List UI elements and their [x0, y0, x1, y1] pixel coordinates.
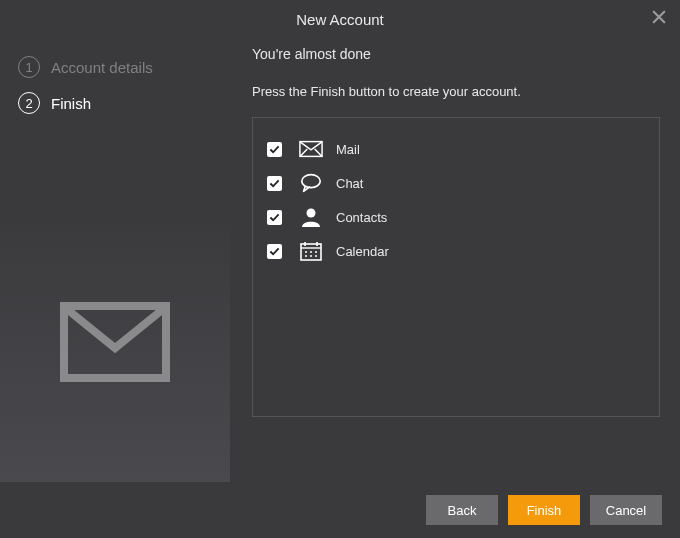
svg-point-2 — [302, 175, 320, 188]
service-chat: Chat — [267, 166, 645, 200]
step-label: Finish — [51, 95, 91, 112]
service-calendar: Calendar — [267, 234, 645, 268]
titlebar: New Account — [0, 0, 680, 36]
service-contacts: Contacts — [267, 200, 645, 234]
step-number: 1 — [18, 56, 40, 78]
sidebar: 1 Account details 2 Finish — [0, 36, 230, 482]
step-account-details[interactable]: 1 Account details — [18, 56, 230, 78]
step-number: 2 — [18, 92, 40, 114]
service-label: Mail — [336, 142, 360, 157]
content-area: 1 Account details 2 Finish You're almost… — [0, 36, 680, 482]
service-label: Chat — [336, 176, 363, 191]
dialog-title: New Account — [296, 11, 384, 28]
chat-icon — [298, 171, 324, 195]
services-box: Mail Chat — [252, 117, 660, 417]
subtitle: You're almost done — [252, 46, 660, 62]
step-list: 1 Account details 2 Finish — [0, 36, 230, 114]
envelope-icon — [60, 302, 170, 382]
footer: Back Finish Cancel — [0, 482, 680, 538]
service-mail: Mail — [267, 132, 645, 166]
instruction: Press the Finish button to create your a… — [252, 84, 660, 99]
step-label: Account details — [51, 59, 153, 76]
checkbox-chat[interactable] — [267, 176, 282, 191]
dialog-window: New Account 1 Account details 2 Finish — [0, 0, 680, 538]
cancel-button[interactable]: Cancel — [590, 495, 662, 525]
calendar-icon — [298, 239, 324, 263]
checkbox-mail[interactable] — [267, 142, 282, 157]
service-label: Contacts — [336, 210, 387, 225]
back-button[interactable]: Back — [426, 495, 498, 525]
checkbox-contacts[interactable] — [267, 210, 282, 225]
main-panel: You're almost done Press the Finish butt… — [230, 36, 680, 482]
checkbox-calendar[interactable] — [267, 244, 282, 259]
svg-point-3 — [307, 209, 316, 218]
contacts-icon — [298, 205, 324, 229]
mail-icon — [298, 137, 324, 161]
service-label: Calendar — [336, 244, 389, 259]
step-finish[interactable]: 2 Finish — [18, 92, 230, 114]
close-icon[interactable] — [652, 8, 666, 29]
finish-button[interactable]: Finish — [508, 495, 580, 525]
